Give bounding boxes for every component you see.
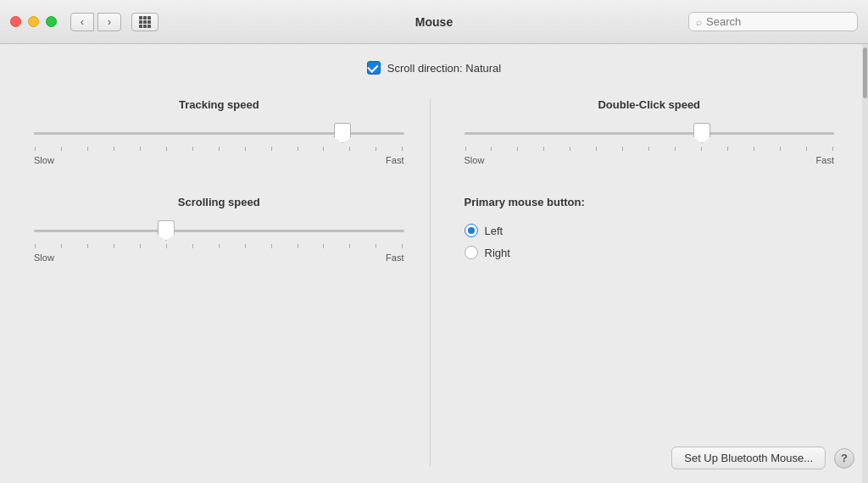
scrolling-speed-fast: Fast [386,253,403,263]
radio-group: Left Right [465,224,835,259]
tracking-speed-slow: Slow [34,155,54,165]
bluetooth-mouse-button[interactable]: Set Up Bluetooth Mouse... [671,447,826,469]
scrollbar[interactable] [862,44,868,483]
all-prefs-button[interactable] [131,13,159,31]
main-content: Scroll direction: Natural Tracking speed [0,44,868,483]
scrolling-speed-slider[interactable] [34,230,404,232]
window-title: Mouse [415,15,453,29]
scroll-direction-checkbox[interactable] [367,61,381,75]
scrolling-speed-slider-container: Slow Fast [34,220,404,263]
tracking-speed-slider-container: Slow Fast [34,123,404,165]
left-column: Tracking speed Slow Fast [34,98,431,466]
back-button[interactable]: ‹ [70,13,94,31]
double-click-speed-title: Double-Click speed [465,98,835,111]
help-button[interactable]: ? [834,448,854,469]
scrollbar-thumb[interactable] [863,47,867,98]
minimize-button[interactable] [28,16,39,27]
double-click-speed-group: Double-Click speed Slow Fast [465,98,835,165]
double-click-speed-slider-container: Slow Fast [465,123,835,165]
tracking-speed-fast: Fast [386,155,403,165]
double-click-speed-slider[interactable] [465,132,835,135]
radio-right-indicator [465,246,478,259]
radio-option-right[interactable]: Right [465,246,835,259]
primary-mouse-button-title: Primary mouse button: [465,196,835,208]
double-click-speed-slider-track [465,123,835,143]
radio-option-left[interactable]: Left [465,224,835,237]
radio-right-label: Right [485,247,510,259]
double-click-speed-ticks [465,147,835,152]
right-column: Double-Click speed Slow Fast [431,98,835,466]
primary-mouse-button-group: Primary mouse button: Left Right [465,196,835,259]
radio-left-indicator [465,224,478,237]
tracking-speed-labels: Slow Fast [34,155,404,165]
settings-columns: Tracking speed Slow Fast [34,98,834,466]
double-click-speed-slow: Slow [465,155,485,165]
title-bar: ‹ › Mouse ⌕ [0,0,868,44]
scrolling-speed-slow: Slow [34,253,54,263]
radio-left-label: Left [485,225,504,237]
scrolling-speed-title: Scrolling speed [34,196,404,208]
search-icon: ⌕ [696,16,702,28]
tracking-speed-ticks [34,147,404,152]
scrolling-speed-labels: Slow Fast [34,253,404,263]
forward-button[interactable]: › [97,13,121,31]
tracking-speed-group: Tracking speed Slow Fast [34,98,404,165]
search-bar[interactable]: ⌕ [688,12,858,31]
double-click-speed-labels: Slow Fast [465,155,835,165]
scrolling-speed-ticks [34,244,404,249]
search-input[interactable] [706,15,850,28]
bottom-bar: Set Up Bluetooth Mouse... ? [671,447,854,469]
double-click-speed-fast: Fast [816,155,834,165]
scroll-direction-row: Scroll direction: Natural [34,61,834,75]
tracking-speed-title: Tracking speed [34,98,404,111]
scrolling-speed-group: Scrolling speed Slow Fast [34,196,404,263]
grid-icon [139,16,151,28]
scrolling-speed-slider-track [34,220,404,241]
scroll-direction-label: Scroll direction: Natural [387,62,501,75]
tracking-speed-slider-track [34,123,404,143]
nav-buttons: ‹ › [70,13,121,31]
traffic-lights [10,16,57,27]
close-button[interactable] [10,16,21,27]
maximize-button[interactable] [46,16,57,27]
tracking-speed-slider[interactable] [34,132,404,135]
